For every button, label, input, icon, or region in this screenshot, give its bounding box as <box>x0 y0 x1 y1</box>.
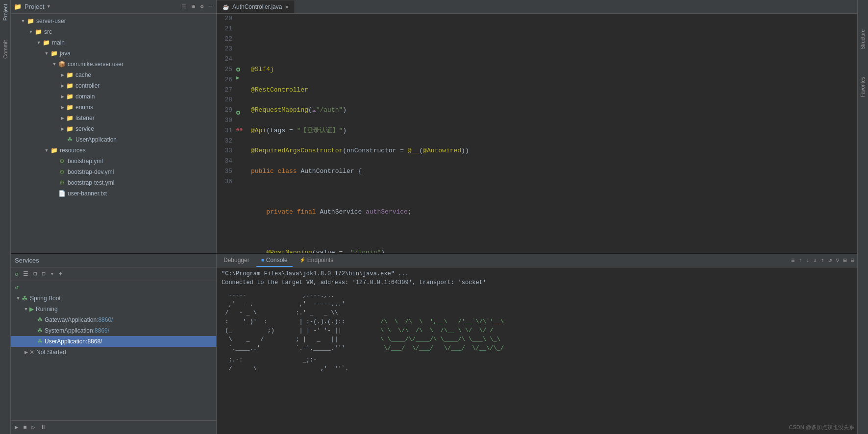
scroll-from-source-icon[interactable]: ⊞ <box>191 2 196 11</box>
editor-tab-authcontroller[interactable]: ☕ AuthController.java ✕ <box>217 0 295 13</box>
tree-item-package[interactable]: ▼ 📦 com.mike.server.user <box>11 59 216 70</box>
tree-item-bootstrap-dev-yml[interactable]: ⚙ bootstrap-dev.yml <box>11 167 216 177</box>
group-services-icon[interactable]: ⊟ <box>41 269 46 279</box>
tree-item-src[interactable]: ▼ 📁 src <box>11 26 216 37</box>
settings-icon[interactable]: ⚙ <box>199 2 205 11</box>
pause-icon[interactable]: ⏸ <box>39 423 47 432</box>
services-tree: ↺ ▼ ☘ Spring Boot ▼ ▶ Running ☘ GatewayA… <box>11 281 216 420</box>
code-area[interactable]: 20 21 22 23 24 25 26 27 28 29 30 31 32 3… <box>217 14 857 253</box>
console-menu-icon[interactable]: ≡ <box>790 256 795 265</box>
tree-item-server-user[interactable]: ▼ 📁 server-user <box>11 16 216 26</box>
console-ascii-6: \ _ / ; | _ || \ \____/\/____/\ \____/\ … <box>222 335 852 344</box>
tree-item-user-application[interactable]: ☘ UserApplication <box>11 134 216 145</box>
services-panel: Services ↺ ☰ ⊞ ⊟ ▾ + ↺ ▼ ☘ Spring Boot <box>11 254 217 434</box>
add-services-icon[interactable]: + <box>58 270 63 279</box>
watermark: CSDN @多加点辣也没关系 <box>789 424 854 431</box>
console-ascii-3: / - _ \ :.' _ _ \\ <box>222 309 852 317</box>
console-wrap-icon[interactable]: ⊞ <box>843 256 848 265</box>
services-running[interactable]: ▼ ▶ Running <box>11 304 216 314</box>
collapse-all-icon[interactable]: ☰ <box>180 2 188 11</box>
console-ascii-2: ,' - . ,' -----...' <box>222 300 852 309</box>
services-not-started[interactable]: ▶ ✕ Not Started <box>11 347 216 358</box>
refresh-services-icon[interactable]: ↺ <box>14 269 19 279</box>
tree-item-user-banner[interactable]: 📄 user-banner.txt <box>11 188 216 199</box>
tree-item-enums[interactable]: ▶ 📁 enums <box>11 102 216 113</box>
console-filter-icon[interactable]: ▽ <box>835 256 840 265</box>
console-down-icon[interactable]: ↓ <box>805 256 810 265</box>
console-ascii-7: `.____..' `.-'._____.''' \/___/ \/___/ \… <box>222 344 852 353</box>
java-file-icon: ☕ <box>223 4 229 10</box>
project-tree: ▼ 📁 server-user ▼ 📁 src ▼ 📁 main ▼ 📁 <box>11 14 216 253</box>
console-ascii-1: ----- ,.---.,.. <box>222 291 852 300</box>
editor-tabs: ☕ AuthController.java ✕ <box>217 0 857 14</box>
console-tabs-bar: Debugger ■ Console ⚡ Endpoints ≡ ↑ ↓ ⇓ ⇑… <box>217 254 857 267</box>
project-title: Project <box>25 3 44 10</box>
bottom-panel: Services ↺ ☰ ⊞ ⊟ ▾ + ↺ ▼ ☘ Spring Boot <box>11 253 857 434</box>
console-connected-line: Connected to the target VM, address: '12… <box>222 278 852 287</box>
tree-item-resources[interactable]: ▼ 📁 resources <box>11 145 216 156</box>
console-ascii-5: (_ ;) | | -' '- || \ \ \/\ /\ \ /\__ \ \… <box>222 326 852 335</box>
services-header: Services <box>11 254 216 267</box>
console-cmd-line: "C:\Program Files\Java\jdk1.8.0_172\bin\… <box>222 269 852 278</box>
code-content[interactable]: @Slf4j @RestController @RequestMapping(☁… <box>246 14 857 253</box>
stop-icon[interactable]: ■ <box>22 423 27 432</box>
services-toolbar: ↺ ☰ ⊞ ⊟ ▾ + <box>11 267 216 281</box>
project-header: 📁 Project ▼ ☰ ⊞ ⚙ — <box>11 0 216 14</box>
services-user-app[interactable]: ☘ UserApplication:8868/ <box>11 336 216 347</box>
editor-panel: ☕ AuthController.java ✕ 20 21 22 23 24 2… <box>217 0 857 253</box>
project-panel: 📁 Project ▼ ☰ ⊞ ⚙ — ▼ 📁 server-user <box>11 0 217 253</box>
tab-endpoints[interactable]: ⚡ Endpoints <box>295 254 338 267</box>
console-ascii-9: / \ ,' ''`. <box>222 364 852 373</box>
line-numbers: 20 21 22 23 24 25 26 27 28 29 30 31 32 3… <box>217 14 236 253</box>
tree-item-bootstrap-test-yml[interactable]: ⚙ bootstrap-test.yml <box>11 177 216 188</box>
console-up-icon[interactable]: ↑ <box>797 256 803 265</box>
minimize-icon[interactable]: — <box>208 2 213 11</box>
tab-close-button[interactable]: ✕ <box>285 4 289 10</box>
project-sidebar-icon[interactable]: Project <box>2 4 8 21</box>
tree-item-main[interactable]: ▼ 📁 main <box>11 37 216 48</box>
expand-all-services-icon[interactable]: ⊞ <box>32 269 38 279</box>
tree-item-service[interactable]: ▶ 📁 service <box>11 123 216 134</box>
console-scroll-up-icon[interactable]: ⇑ <box>820 256 825 265</box>
console-output[interactable]: "C:\Program Files\Java\jdk1.8.0_172\bin\… <box>217 267 857 434</box>
tree-item-listener[interactable]: ▶ 📁 listener <box>11 113 216 123</box>
filter-services-icon[interactable]: ▾ <box>50 269 55 279</box>
services-item-refresh[interactable]: ↺ <box>11 282 216 293</box>
services-springboot[interactable]: ▼ ☘ Spring Boot <box>11 293 216 304</box>
console-ascii-8: ;.-: _;:- <box>222 356 852 364</box>
tab-debugger[interactable]: Debugger <box>219 254 254 267</box>
console-clear-icon[interactable]: ⊟ <box>850 256 855 265</box>
structure-sidebar-icon[interactable]: Structure <box>860 29 866 49</box>
commit-sidebar-icon[interactable]: Commit <box>2 40 8 59</box>
services-gateway-app[interactable]: ☘ GatewayApplication:8860/ <box>11 314 216 325</box>
resume-icon[interactable]: ▷ <box>30 423 36 432</box>
services-system-app[interactable]: ☘ SystemApplication:8869/ <box>11 325 216 336</box>
run-icon[interactable]: ▶ <box>14 423 19 432</box>
console-refresh-icon[interactable]: ↺ <box>827 256 833 265</box>
collapse-all-services-icon[interactable]: ☰ <box>22 269 29 279</box>
tab-console[interactable]: ■ Console <box>256 254 293 267</box>
tree-item-domain[interactable]: ▶ 📁 domain <box>11 91 216 102</box>
console-ascii-4: : '_)' : | :-(.).(.):: /\ \ /\ \ ',__\ /… <box>222 317 852 326</box>
console-panel: Debugger ■ Console ⚡ Endpoints ≡ ↑ ↓ ⇓ ⇑… <box>217 254 857 434</box>
tree-item-controller[interactable]: ▶ 📁 controller <box>11 80 216 91</box>
tree-item-cache[interactable]: ▶ 📁 cache <box>11 70 216 80</box>
console-scroll-down-icon[interactable]: ⇓ <box>813 256 818 265</box>
tree-item-bootstrap-yml[interactable]: ⚙ bootstrap.yml <box>11 156 216 167</box>
favorites-sidebar-icon[interactable]: Favorites <box>860 77 866 97</box>
tree-item-java[interactable]: ▼ 📁 java <box>11 48 216 59</box>
folder-icon: 📁 <box>14 3 22 11</box>
